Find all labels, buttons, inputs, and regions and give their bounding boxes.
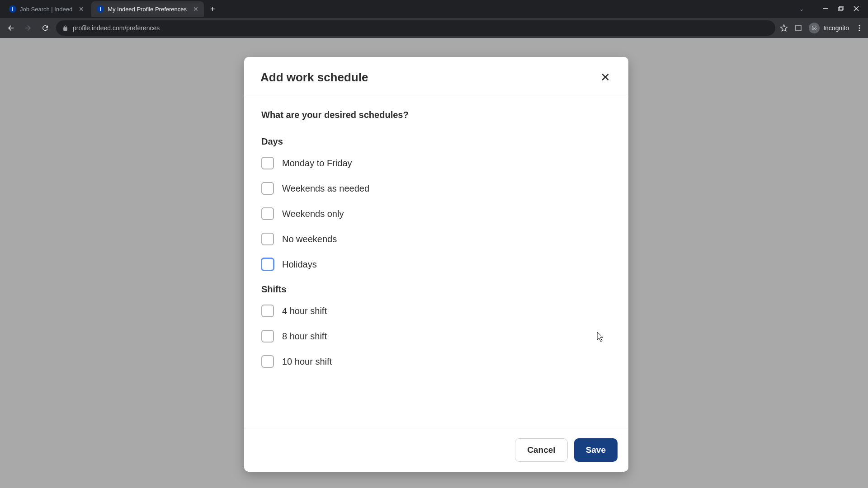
checkbox-row-8-hour-shift[interactable]: 8 hour shift	[261, 330, 611, 343]
section-title-days: Days	[261, 136, 611, 147]
minimize-button[interactable]	[823, 6, 828, 12]
back-button[interactable]	[5, 22, 17, 34]
window-close-button[interactable]	[854, 6, 859, 12]
cancel-button[interactable]: Cancel	[515, 438, 567, 462]
kebab-menu-icon[interactable]	[855, 24, 863, 32]
checkbox[interactable]	[261, 355, 274, 368]
svg-rect-1	[839, 7, 842, 11]
extensions-icon[interactable]	[794, 24, 802, 32]
indeed-favicon-icon: i	[97, 5, 104, 13]
incognito-label: Incognito	[823, 24, 849, 32]
browser-tab-strip: i Job Search | Indeed ✕ i My Indeed Prof…	[0, 0, 868, 18]
checkbox[interactable]	[261, 258, 274, 271]
scroll-spacer	[261, 380, 611, 428]
checkbox[interactable]	[261, 233, 274, 245]
tab-job-search[interactable]: i Job Search | Indeed ✕	[4, 1, 90, 17]
checkbox-label: 4 hour shift	[282, 306, 327, 316]
section-title-shifts: Shifts	[261, 284, 611, 295]
indeed-favicon-icon: i	[9, 5, 16, 13]
modal-title: Add work schedule	[260, 70, 368, 84]
svg-rect-2	[840, 6, 843, 10]
checkbox-row-weekends-only[interactable]: Weekends only	[261, 207, 611, 220]
svg-point-6	[812, 28, 814, 29]
new-tab-button[interactable]: +	[206, 5, 220, 14]
tab-profile-preferences[interactable]: i My Indeed Profile Preferences ✕	[91, 1, 204, 17]
url-text: profile.indeed.com/preferences	[73, 24, 160, 32]
checkbox-row-holidays[interactable]: Holidays	[261, 258, 611, 271]
modal-footer: Cancel Save	[244, 428, 628, 472]
checkbox-label: Weekends as needed	[282, 183, 369, 194]
svg-point-7	[815, 28, 816, 29]
checkbox-row-4-hour-shift[interactable]: 4 hour shift	[261, 305, 611, 317]
incognito-badge[interactable]: Incognito	[809, 23, 849, 33]
svg-rect-5	[796, 25, 801, 31]
tab-close-icon[interactable]: ✕	[193, 5, 198, 13]
forward-button[interactable]	[22, 22, 34, 34]
incognito-icon	[809, 23, 820, 33]
checkbox[interactable]	[261, 207, 274, 220]
svg-point-10	[859, 28, 860, 29]
modal-header: Add work schedule ✕	[244, 57, 628, 96]
window-controls: ⌄	[799, 6, 864, 12]
tab-title: My Indeed Profile Preferences	[108, 6, 187, 13]
checkbox-label: Monday to Friday	[282, 158, 352, 169]
checkbox-row-10-hour-shift[interactable]: 10 hour shift	[261, 355, 611, 368]
checkbox[interactable]	[261, 330, 274, 343]
checkbox-row-monday-friday[interactable]: Monday to Friday	[261, 157, 611, 169]
tab-title: Job Search | Indeed	[20, 6, 72, 13]
checkbox-row-weekends-as-needed[interactable]: Weekends as needed	[261, 182, 611, 195]
tab-close-icon[interactable]: ✕	[79, 5, 84, 13]
address-bar[interactable]: profile.indeed.com/preferences	[56, 20, 775, 36]
checkbox-row-no-weekends[interactable]: No weekends	[261, 233, 611, 245]
reload-button[interactable]	[39, 22, 52, 34]
bookmark-icon[interactable]	[780, 24, 788, 32]
checkbox-label: Weekends only	[282, 209, 344, 219]
save-button[interactable]: Save	[574, 438, 618, 462]
checkbox-label: 8 hour shift	[282, 331, 327, 342]
modal-question: What are your desired schedules?	[261, 110, 611, 120]
browser-toolbar: profile.indeed.com/preferences Incognito	[0, 18, 868, 38]
svg-point-9	[859, 25, 860, 26]
modal-body[interactable]: What are your desired schedules? Days Mo…	[244, 96, 628, 428]
lock-icon	[62, 25, 68, 31]
checkbox-label: Holidays	[282, 259, 317, 270]
checkbox[interactable]	[261, 305, 274, 317]
checkbox-label: 10 hour shift	[282, 357, 332, 367]
checkbox[interactable]	[261, 157, 274, 169]
close-icon[interactable]: ✕	[599, 70, 612, 85]
svg-point-11	[859, 30, 860, 31]
work-schedule-modal: Add work schedule ✕ What are your desire…	[244, 57, 628, 472]
tab-search-icon[interactable]: ⌄	[799, 6, 804, 12]
page-backdrop: Add work schedule ✕ What are your desire…	[0, 38, 868, 488]
checkbox[interactable]	[261, 182, 274, 195]
checkbox-label: No weekends	[282, 234, 337, 244]
maximize-button[interactable]	[838, 6, 844, 12]
